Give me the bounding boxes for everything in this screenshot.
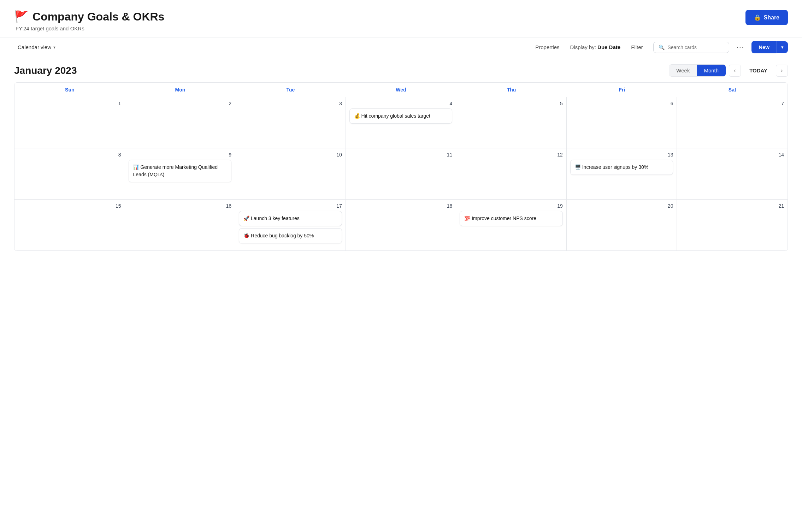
cal-cell-jan3: 3: [235, 97, 346, 148]
day-label-tue: Tue: [235, 83, 346, 97]
new-button[interactable]: New: [751, 41, 777, 53]
view-toggle: Week Month: [669, 64, 726, 77]
calendar-grid: Sun Mon Tue Wed Thu Fri Sat 1 2 3 4 💰 Hi…: [14, 82, 788, 251]
calendar-cells: 1 2 3 4 💰 Hit company global sales targe…: [14, 97, 788, 251]
search-icon: 🔍: [659, 45, 665, 50]
cell-date: 14: [680, 152, 784, 158]
cal-cell-jan2: 2: [125, 97, 236, 148]
week-view-button[interactable]: Week: [669, 65, 697, 76]
cal-cell-jan16: 16: [125, 200, 236, 251]
cell-date: 12: [460, 152, 563, 158]
cal-cell-jan8: 8: [14, 148, 125, 200]
cell-date: 6: [570, 101, 673, 106]
cell-date: 8: [18, 152, 121, 158]
cell-date: 15: [18, 203, 121, 209]
cell-date: 20: [570, 203, 673, 209]
filter-button[interactable]: Filter: [627, 42, 646, 52]
toolbar: Calendar view ▾ Properties Display by: D…: [0, 37, 802, 57]
cell-date: 16: [129, 203, 232, 209]
cal-cell-jan21: 21: [677, 200, 788, 251]
view-select[interactable]: Calendar view ▾: [14, 42, 59, 52]
cal-cell-jan11: 11: [346, 148, 456, 200]
day-label-fri: Fri: [567, 83, 677, 97]
cal-cell-jan18: 18: [346, 200, 456, 251]
page-title: Company Goals & OKRs: [33, 10, 164, 23]
card-signups[interactable]: 🖥️ Increase user signups by 30%: [570, 160, 673, 175]
day-label-sat: Sat: [677, 83, 788, 97]
cell-date: 9: [129, 152, 232, 158]
page-subtitle: FY'24 target goals and OKRs: [16, 25, 164, 31]
cell-date: 5: [460, 101, 563, 106]
cal-cell-jan14: 14: [677, 148, 788, 200]
card-nps[interactable]: 💯 Improve customer NPS score: [460, 211, 563, 226]
new-button-arrow[interactable]: ▾: [777, 41, 788, 53]
view-label: Calendar view: [18, 44, 51, 50]
calendar-header: January 2023 Week Month ‹ TODAY ›: [0, 57, 802, 82]
next-month-button[interactable]: ›: [776, 65, 788, 77]
share-icon: 🔒: [754, 14, 761, 21]
day-label-wed: Wed: [346, 83, 456, 97]
cal-cell-jan10: 10: [235, 148, 346, 200]
cell-date: 7: [680, 101, 784, 106]
cal-cell-jan4: 4 💰 Hit company global sales target: [346, 97, 456, 148]
cell-date: 13: [570, 152, 673, 158]
card-mqls[interactable]: 📊 Generate more Marketing Qualified Lead…: [129, 160, 232, 182]
cal-cell-jan17: 17 🚀 Launch 3 key features 🐞 Reduce bug …: [235, 200, 346, 251]
properties-button[interactable]: Properties: [532, 42, 563, 52]
page-title-group: 🚩 Company Goals & OKRs: [14, 10, 164, 23]
header-left: 🚩 Company Goals & OKRs FY'24 target goal…: [14, 10, 164, 31]
cell-date: 4: [349, 101, 453, 106]
chevron-down-icon: ▾: [53, 45, 55, 50]
day-label-sun: Sun: [14, 83, 125, 97]
cal-cell-jan1: 1: [14, 97, 125, 148]
today-button[interactable]: TODAY: [744, 65, 773, 76]
prev-month-button[interactable]: ‹: [729, 65, 741, 77]
calendar-nav: Week Month ‹ TODAY ›: [669, 64, 788, 77]
calendar-days-header: Sun Mon Tue Wed Thu Fri Sat: [14, 83, 788, 97]
cell-date: 10: [239, 152, 342, 158]
cell-date: 1: [18, 101, 121, 106]
month-view-button[interactable]: Month: [697, 65, 726, 76]
cell-date: 19: [460, 203, 563, 209]
cal-cell-jan15: 15: [14, 200, 125, 251]
cell-date: 3: [239, 101, 342, 106]
search-input[interactable]: [667, 45, 724, 50]
share-button[interactable]: 🔒 Share: [745, 10, 788, 25]
flag-emoji: 🚩: [14, 10, 28, 23]
cal-cell-jan6: 6: [567, 97, 677, 148]
cal-cell-jan20: 20: [567, 200, 677, 251]
day-label-mon: Mon: [125, 83, 236, 97]
card-reduce-bugs[interactable]: 🐞 Reduce bug backlog by 50%: [239, 228, 342, 243]
display-by: Display by: Due Date: [570, 44, 621, 50]
new-button-group: New ▾: [751, 41, 788, 53]
cell-date: 21: [680, 203, 784, 209]
card-launch-features[interactable]: 🚀 Launch 3 key features: [239, 211, 342, 226]
cell-date: 17: [239, 203, 342, 209]
search-box: 🔍: [653, 42, 729, 53]
cal-cell-jan12: 12: [456, 148, 567, 200]
cal-cell-jan13: 13 🖥️ Increase user signups by 30%: [567, 148, 677, 200]
cal-cell-jan7: 7: [677, 97, 788, 148]
day-label-thu: Thu: [456, 83, 567, 97]
page-header: 🚩 Company Goals & OKRs FY'24 target goal…: [0, 0, 802, 37]
cell-date: 11: [349, 152, 453, 158]
cell-date: 18: [349, 203, 453, 209]
cal-cell-jan5: 5: [456, 97, 567, 148]
card-hit-sales[interactable]: 💰 Hit company global sales target: [349, 108, 453, 124]
more-button[interactable]: ···: [736, 43, 744, 51]
cal-cell-jan19: 19 💯 Improve customer NPS score: [456, 200, 567, 251]
cal-cell-jan9: 9 📊 Generate more Marketing Qualified Le…: [125, 148, 236, 200]
calendar-month-title: January 2023: [14, 65, 77, 76]
cell-date: 2: [129, 101, 232, 106]
